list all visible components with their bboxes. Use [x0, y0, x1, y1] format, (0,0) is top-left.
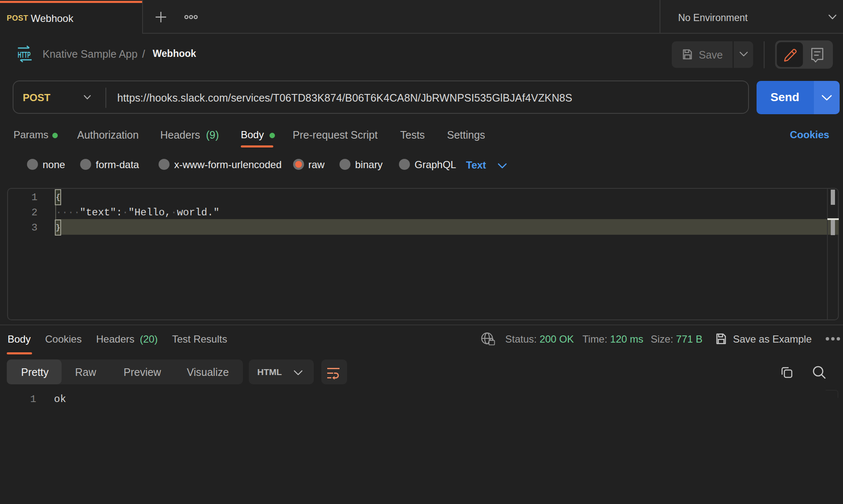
svg-text:HTTP: HTTP	[18, 50, 31, 59]
